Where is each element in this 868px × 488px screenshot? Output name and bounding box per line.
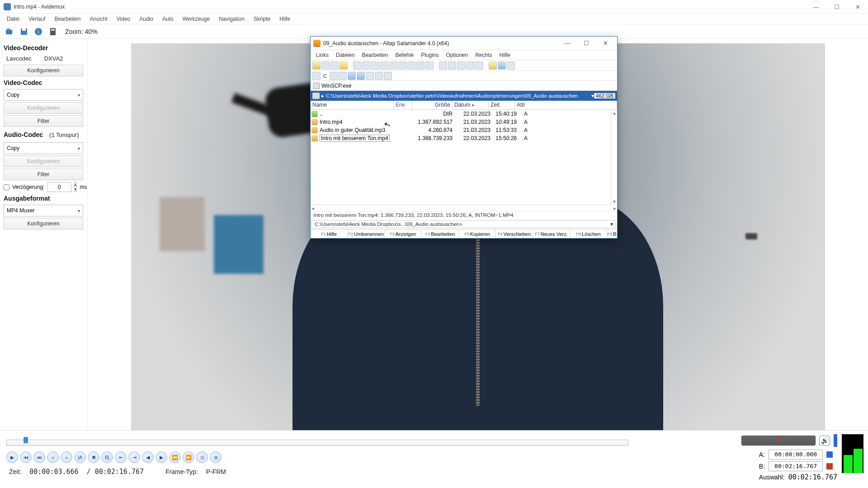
fm-drive-icon[interactable] [312,72,321,80]
next-black-button[interactable]: ▶ [156,451,167,463]
fm-menu-rechts[interactable]: Rechts [472,51,495,59]
fm-tool-icon[interactable] [380,61,388,70]
fm-tool-icon[interactable] [371,61,379,70]
col-attr[interactable]: Attr [515,101,617,109]
fk-verschieben[interactable]: F6Verschieben [496,230,533,238]
fm-fwd-icon[interactable] [330,61,339,70]
delay-checkbox[interactable] [4,184,9,190]
menu-hilfe[interactable]: Hilfe [275,15,294,23]
fm-tool-icon[interactable] [366,72,374,80]
first-frame-button[interactable]: ⏪ [169,451,181,463]
fk-neues-verz[interactable]: F7Neues Verz. [533,230,570,238]
decoder-configure-button[interactable]: Konfigurieren [4,65,83,76]
delay-input[interactable] [47,182,71,192]
fm-titlebar[interactable]: 09_Audio austauschen - Altap Salamander … [311,37,617,50]
fk-bearbeiten[interactable]: F4Bearbeiten [422,230,459,238]
fm-tool-icon[interactable] [384,72,392,80]
fm-minimize-button[interactable]: — [558,38,576,49]
fm-tool-icon[interactable] [389,61,397,70]
col-date[interactable]: Datum ▾ [453,101,489,109]
delay-spinner[interactable]: ▴▾ [74,182,77,192]
fm-folder-icon[interactable] [312,61,321,70]
fk-kopieren[interactable]: F5Kopieren [459,230,496,238]
menu-ansicht[interactable]: Ansicht [85,15,111,23]
fk-hilfe[interactable]: F1Hilfe [311,230,348,238]
fm-column-headers[interactable]: Name Erw Größe Datum ▾ Zeit Attr [311,101,617,110]
timeline[interactable] [6,436,628,449]
fm-menu-befehle[interactable]: Befehle [392,51,417,59]
fm-tool-icon[interactable] [466,61,474,70]
col-name[interactable]: Name [311,101,394,109]
fm-row-file-selected[interactable]: Intro mit besserem Ton.mp4 1.366.739.233… [311,134,617,142]
fm-tool-icon[interactable] [489,61,497,70]
fm-horizontal-scrollbar[interactable]: ◂▸ [311,205,617,211]
fm-tool-icon[interactable] [448,61,456,70]
menu-skripte[interactable]: Skripte [250,15,274,23]
fm-menu-dateien[interactable]: Dateien [332,51,358,59]
fm-tool-icon[interactable] [398,61,406,70]
fm-refresh-icon[interactable] [416,61,425,70]
prev-black-button[interactable]: ◀ [142,451,154,463]
fm-file-list[interactable]: .. DIR 22.03.2023 15:40:19 A Intro.mp4 1… [311,110,617,205]
rewind-button[interactable]: « [47,451,59,463]
acodec-filter-button[interactable]: Filter [4,169,83,180]
output-configure-button[interactable]: Konfigurieren [4,218,83,230]
fm-folder-up-icon[interactable] [340,61,348,70]
fm-menu-links[interactable]: Links [312,51,332,59]
playhead[interactable] [24,437,28,443]
fk-loeschen[interactable]: F8Löschen [570,230,607,238]
file-manager-window[interactable]: 09_Audio austauschen - Altap Salamander … [310,36,618,239]
fm-command-line[interactable]: C:\Users\stefa\4eck Media Dropbox\s...\0… [311,220,616,228]
fm-quick-item[interactable]: WinSCP.exe [321,83,351,89]
menu-video[interactable]: Video [113,15,134,23]
col-time[interactable]: Zeit [489,101,515,109]
fm-tool-icon[interactable] [407,61,415,70]
prev-keyframe-button[interactable]: ⇤ [115,451,127,463]
fm-tool-icon[interactable] [330,72,338,80]
last-frame-button[interactable]: ⏩ [183,451,194,463]
info-icon[interactable]: i [33,27,43,37]
fm-close-button[interactable]: ✕ [596,38,614,49]
menu-verlauf[interactable]: Verlauf [24,15,49,23]
open-file-icon[interactable] [5,27,14,37]
acodec-configure-button[interactable]: Konfigurieren [4,155,83,167]
minimize-button[interactable]: — [806,0,826,14]
vcodec-filter-button[interactable]: Filter [4,115,83,127]
goto-time-button[interactable]: ⊙ [196,451,208,463]
fm-vertical-scrollbar[interactable]: ▴▾ [611,110,617,205]
fm-tool-icon[interactable] [457,61,465,70]
menu-auto[interactable]: Auto [158,15,178,23]
b-time-field[interactable]: 00:02:16.767 [769,461,823,471]
fm-tool-icon[interactable] [507,61,515,70]
fk-anzeigen[interactable]: F3Anzeigen [385,230,422,238]
timeline-track[interactable] [6,440,628,446]
fm-row-up[interactable]: .. DIR 22.03.2023 15:40:19 A [311,110,617,118]
output-dropdown[interactable]: MP4 Muxer ▾ [4,205,83,216]
fk-umbenennen[interactable]: F2Umbenennen [348,230,385,238]
vcodec-configure-button[interactable]: Konfigurieren [4,102,83,114]
fm-menu-bearbeiten[interactable]: Bearbeiten [358,51,392,59]
fm-menu-hilfe[interactable]: Hilfe [496,51,514,59]
fm-back-icon[interactable] [321,61,330,70]
fm-tool-icon[interactable] [439,61,447,70]
play-button[interactable]: ▶ [6,451,18,463]
menu-bearbeiten[interactable]: Bearbeiten [50,15,85,23]
fm-row-file[interactable]: Intro.mp4 1.367.892.517 21.03.2023 10:49… [311,118,617,126]
fm-tool-icon[interactable] [357,72,365,80]
col-ext[interactable]: Erw [394,101,412,109]
fm-menu-plugins[interactable]: Plugins [417,51,442,59]
next-keyframe-button[interactable]: ⇥ [128,451,140,463]
fm-drive-letter[interactable]: C [321,73,329,79]
fm-tool-icon[interactable] [339,72,347,80]
maximize-button[interactable]: ☐ [826,0,847,14]
mark-b-button[interactable]: B| [101,451,113,463]
fm-tool-icon[interactable] [362,61,370,70]
close-button[interactable]: ✕ [847,0,868,14]
delete-button[interactable]: ✖ [88,451,99,463]
fm-path-bar[interactable]: ▸ C:\Users\stefa\4eck Media Dropbox\stef… [311,91,617,101]
forward-button[interactable]: » [61,451,72,463]
fm-tool-icon[interactable] [425,61,434,70]
calculator-icon[interactable] [48,27,58,37]
menu-datei[interactable]: Datei [3,15,24,23]
fm-tool-icon[interactable] [353,61,361,70]
